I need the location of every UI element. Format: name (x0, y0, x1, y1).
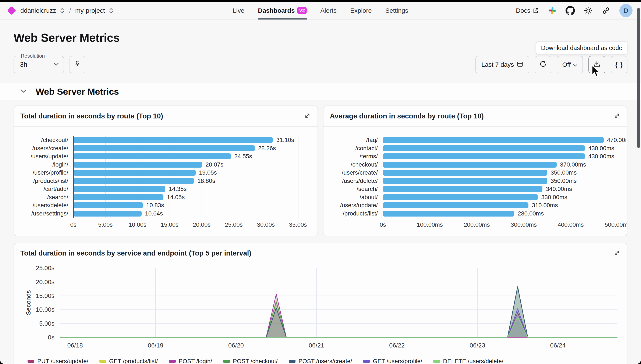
collapse-chevron-icon[interactable] (20, 89, 27, 94)
bar-plot-area: 470.00ms430.00ms430.00ms370.00ms350.00ms… (383, 136, 618, 218)
logo-diamond-icon[interactable] (7, 6, 16, 15)
x-tick-label: 35.00s (289, 222, 307, 228)
expand-icon[interactable] (613, 112, 621, 120)
bar-label: /checkout/ (330, 160, 383, 169)
y-tick-label: 25.00s (36, 265, 55, 272)
bar (383, 178, 547, 184)
expand-icon[interactable] (613, 249, 621, 258)
y-axis-line (73, 136, 74, 218)
x-tick-label: 06/22 (389, 342, 405, 349)
area-fill (60, 317, 617, 337)
org-selector[interactable]: ddanielcruzz (20, 7, 56, 14)
braces-label: { } (615, 61, 623, 69)
panel-average-duration-by-route: Average duration in seconds by route (To… (323, 106, 627, 236)
dashboard-page: ddanielcruzz / my-project Live Dashboard… (0, 2, 641, 364)
bar (73, 194, 163, 200)
bar (383, 210, 514, 216)
x-axis-ticks: 0s5.00s10.00s15.00s20.00s25.00s30.00s35.… (73, 222, 308, 230)
y-tick-label: 15.00s (36, 292, 55, 299)
chevron-up-down-icon[interactable] (108, 8, 114, 14)
bar (73, 137, 273, 143)
legend-item[interactable]: POST /checkout/ (223, 358, 278, 364)
x-tick-label: 06/21 (309, 342, 324, 349)
x-tick-label: 06/18 (67, 342, 83, 349)
y-tick-label: 10.00s (36, 306, 55, 313)
scrollbar-thumb[interactable] (637, 8, 640, 148)
x-axis-ticks: 0s100.00ms200.00ms300.00ms400.00ms500.00… (383, 222, 618, 230)
tab-dashboards[interactable]: Dashboards V2 (258, 2, 307, 20)
bar-label: /users/update/ (20, 152, 73, 160)
chevron-down-icon (573, 61, 577, 68)
legend-label: DELETE /users/delete/ (443, 358, 503, 364)
project-selector[interactable]: my-project (75, 7, 105, 14)
x-tick-label: 5.00s (98, 222, 113, 228)
panel-title: Total duration in seconds by route (Top … (20, 112, 163, 120)
bar-value-label: 280.00ms (518, 210, 544, 218)
legend-item[interactable]: PUT /users/update/ (28, 358, 88, 364)
dashboard-code-button[interactable]: { } (611, 56, 627, 73)
bar-label: /users/create/ (20, 144, 73, 152)
area-fill (60, 313, 617, 337)
bar-value-label: 370.00ms (560, 160, 586, 169)
bar-value-label: 350.00ms (551, 169, 577, 177)
gridline (618, 136, 618, 218)
legend-item[interactable]: GET /products/list/ (100, 358, 158, 364)
x-tick-label: 200.00ms (464, 222, 490, 228)
legend-swatch (223, 360, 230, 363)
y-axis-title: Seconds (25, 290, 32, 315)
bar-category-labels: /faq//contact//terms//checkout//users/cr… (330, 136, 383, 218)
bar-label: /users/delete/ (20, 201, 73, 210)
legend-item[interactable]: POST /login/ (169, 358, 212, 364)
legend-swatch (289, 360, 295, 363)
pin-resolution-button[interactable] (70, 56, 85, 73)
x-tick-label: 30.00s (257, 222, 275, 228)
x-tick-label: 400.00ms (558, 222, 584, 228)
tab-settings[interactable]: Settings (385, 2, 408, 20)
auto-refresh-select[interactable]: Off (557, 56, 583, 73)
legend-item[interactable]: GET /users/profile/ (363, 358, 422, 364)
legend-swatch (100, 360, 106, 363)
tab-alerts[interactable]: Alerts (320, 2, 337, 20)
bar (73, 210, 142, 216)
main-nav-tabs: Live Dashboards V2 Alerts Explore Settin… (233, 2, 408, 20)
bar-value-label: 340.00ms (546, 185, 572, 193)
bar-label: /users/update/ (330, 201, 383, 210)
legend-label: POST /login/ (179, 358, 212, 364)
legend-item[interactable]: POST /users/create/ (289, 358, 352, 364)
bar-chart-average-duration: /faq//contact//terms//checkout//users/cr… (330, 136, 618, 230)
area-fill (60, 286, 617, 337)
bar (73, 145, 255, 151)
area-fill (60, 301, 617, 337)
tab-explore[interactable]: Explore (350, 2, 372, 20)
x-tick-label: 100.00ms (417, 222, 443, 228)
bar (383, 186, 542, 192)
x-tick-label: 06/20 (228, 342, 244, 349)
github-icon[interactable] (565, 6, 575, 15)
time-range-button[interactable]: Last 7 days (475, 56, 529, 73)
series-line (60, 317, 617, 337)
theme-toggle-sun-icon[interactable] (584, 6, 593, 15)
legend-item[interactable]: DELETE /users/delete/ (433, 358, 503, 364)
refresh-button[interactable] (535, 56, 551, 73)
avatar[interactable]: D (619, 4, 632, 17)
bar-value-label: 330.00ms (541, 193, 567, 202)
docs-link[interactable]: Docs (516, 7, 539, 14)
bar (73, 170, 196, 176)
x-tick-label: 0s (380, 222, 386, 228)
bar (73, 186, 165, 192)
expand-icon[interactable] (304, 112, 311, 120)
bar-label: /search/ (20, 193, 73, 202)
slack-icon[interactable] (548, 6, 557, 15)
area-fill (60, 309, 617, 337)
tab-live[interactable]: Live (233, 2, 244, 20)
bar-plot-area: 31.10s28.26s24.55s20.07s19.05s18.80s14.3… (73, 136, 308, 218)
x-tick-label: 500.00ms (605, 222, 627, 228)
chevron-up-down-icon[interactable] (59, 8, 65, 14)
resolution-select[interactable]: Resolution 3h (14, 56, 64, 73)
series-line (60, 286, 617, 337)
section-title: Web Server Metrics (36, 86, 119, 97)
share-link-icon[interactable] (601, 6, 610, 15)
dashboard-controls: Resolution 3h Last 7 days (14, 56, 627, 73)
external-link-icon (532, 7, 539, 14)
area-chart-svg: 0s5.00s10.00s15.00s20.00s25.00s06/1806/1… (20, 265, 621, 354)
